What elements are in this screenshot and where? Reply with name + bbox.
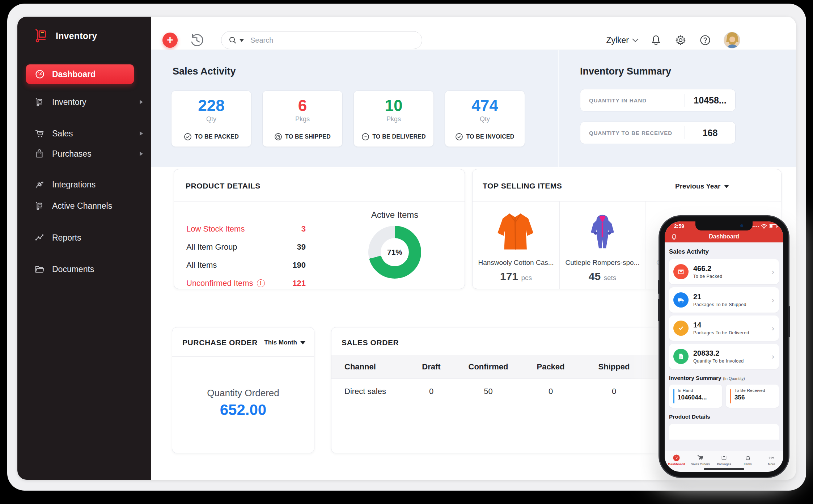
card-title: PURCHASE ORDER [182, 338, 258, 347]
top-selling-item[interactable]: Cutiepie Rompers-spo... 45 sets [560, 202, 645, 289]
phone-page-title: Dashboard [665, 233, 783, 240]
tab-more[interactable]: More [759, 454, 783, 466]
product-details-card: PRODUCT DETAILS Low Stock Items 3 All It… [174, 169, 465, 289]
sidebar-item-purchases[interactable]: Purchases [17, 145, 151, 162]
col-header: Shipped [580, 362, 648, 372]
phone-to-be-packed-card[interactable]: 466.2 To be Packed › [669, 259, 779, 284]
chevron-down-icon [632, 36, 639, 42]
avatar-person-icon [724, 32, 740, 48]
search-scope-caret-icon[interactable] [240, 39, 244, 42]
phone-notch [695, 221, 753, 230]
phone-to-be-delivered-card[interactable]: 14 Packages To be Delivered › [669, 315, 779, 341]
help-icon[interactable] [699, 34, 711, 46]
phone-summary-cards: In Hand 1046044... To Be Received 356 [669, 385, 779, 408]
summary-label: In Hand [678, 388, 722, 393]
sidebar-item-integrations[interactable]: Integrations [17, 176, 151, 193]
metric-value: 474 [445, 97, 525, 115]
invoice-document-icon [677, 352, 685, 360]
tab-label: More [759, 462, 783, 466]
period-dropdown[interactable]: Previous Year [675, 182, 729, 190]
row-label: All Items [186, 261, 217, 270]
sidebar-item-documents[interactable]: Documents [17, 261, 151, 278]
metric-value: 20833.2 [693, 349, 744, 357]
recent-history-icon[interactable] [189, 33, 204, 48]
chevron-right-icon: › [771, 352, 775, 361]
sidebar-item-reports[interactable]: Reports [17, 229, 151, 246]
top-selling-item[interactable]: Hanswooly Cotton Cas... 171 pcs [473, 202, 560, 289]
quantity-in-hand-box[interactable]: QUANTITY IN HAND 10458... [580, 89, 736, 111]
summary-value: 356 [734, 394, 779, 401]
low-stock-items-row[interactable]: Low Stock Items 3 [186, 220, 306, 238]
topbar-right-cluster: Zylker [606, 31, 740, 49]
expand-chevron-icon [140, 131, 143, 136]
heading-subtext: (In Quantity) [723, 376, 745, 381]
search-input[interactable]: Search [221, 31, 422, 49]
inventory-summary-title: Inventory Summary [580, 66, 671, 77]
metric-label: TO BE SHIPPED [285, 134, 331, 140]
card-title: SALES ORDER [342, 338, 399, 347]
sidebar-item-label: Active Channels [52, 201, 112, 211]
home-indicator[interactable] [704, 468, 744, 470]
phone-to-be-invoiced-card[interactable]: 20833.2 Quantity To be Invoiced › [669, 344, 779, 369]
metric-value: 14 [693, 321, 749, 329]
metric-unit: Pkgs [263, 115, 342, 123]
sidebar-item-label: Inventory [52, 97, 86, 107]
tab-items[interactable]: Items [736, 454, 760, 466]
product-name: Hanswooly Cotton Cas... [473, 259, 559, 267]
summary-band: Sales Activity 228 Qty TO BE PACKED [151, 50, 796, 167]
period-label: This Month [264, 339, 297, 346]
divider [174, 201, 465, 202]
sidebar-item-active-channels[interactable]: Active Channels [17, 197, 151, 215]
product-name: Cutiepie Rompers-spo... [560, 259, 645, 267]
active-items-chart: Active Items 71% [344, 210, 445, 279]
summary-label: QUANTITY IN HAND [580, 97, 685, 103]
metric-label: To be Packed [693, 274, 723, 279]
sidebar-item-label: Integrations [52, 180, 96, 190]
org-name: Zylker [606, 35, 629, 45]
settings-gear-icon[interactable] [674, 34, 687, 46]
in-hand-card[interactable]: In Hand 1046044... [669, 385, 722, 408]
to-be-packed-card[interactable]: 228 Qty TO BE PACKED [171, 90, 251, 147]
active-channels-icon [34, 200, 45, 211]
period-dropdown[interactable]: This Month [264, 339, 305, 346]
summary-value: 1046044... [678, 394, 722, 401]
all-item-group-row[interactable]: All Item Group 39 [186, 238, 306, 256]
metric-label: TO BE INVOICED [466, 134, 514, 140]
phone-to-be-shipped-card[interactable]: 21 Packages To be Shipped › [669, 287, 779, 313]
purchase-order-card: PURCHASE ORDER This Month Quantity Order… [172, 327, 314, 453]
sidebar-item-sales[interactable]: Sales [17, 125, 151, 142]
tab-sales-orders[interactable]: Sales Orders [689, 454, 712, 466]
quick-create-button[interactable]: + [162, 33, 178, 48]
donut-percent: 71% [368, 226, 421, 279]
user-avatar[interactable] [724, 32, 740, 48]
to-be-delivered-card[interactable]: 10 Pkgs TO BE DELIVERED [353, 90, 434, 147]
quantity-ordered-label: Quantity Ordered [172, 387, 314, 399]
org-selector[interactable]: Zylker [606, 35, 638, 45]
all-items-row[interactable]: All Items 190 [186, 256, 306, 274]
quantity-to-be-received-box[interactable]: QUANTITY TO BE RECEIVED 168 [580, 122, 736, 144]
purchases-bag-icon [34, 148, 45, 159]
to-be-shipped-card[interactable]: 6 Pkgs TO BE SHIPPED [262, 90, 343, 147]
sales-cart-icon [34, 128, 45, 139]
sidebar-item-label: Dashboard [52, 69, 96, 79]
tab-dashboard[interactable]: Dashboard [665, 454, 689, 466]
package-circle-icon [274, 133, 282, 141]
status-time: 2:59 [674, 223, 684, 229]
phone-sales-activity-heading: Sales Activity [669, 248, 779, 255]
tab-packages[interactable]: Packages [712, 454, 736, 466]
row-label: Low Stock Items [186, 224, 245, 234]
row-value: 190 [292, 261, 306, 270]
notifications-bell-icon[interactable] [650, 34, 662, 46]
to-be-invoiced-card[interactable]: 474 Qty TO BE INVOICED [445, 90, 525, 147]
sidebar-item-inventory[interactable]: Inventory [17, 93, 151, 111]
to-be-received-card[interactable]: To Be Received 356 [726, 385, 779, 408]
summary-value: 10458... [685, 94, 735, 107]
unconfirmed-items-row[interactable]: Unconfirmed Items ! 121 [186, 274, 306, 292]
row-value: 3 [301, 224, 306, 234]
package-box-icon [721, 454, 727, 461]
phone-volume-down-button [658, 299, 660, 321]
product-unit: sets [604, 274, 616, 281]
truck-icon [677, 296, 685, 304]
metric-label: Packages To be Shipped [693, 302, 746, 307]
sidebar-item-dashboard[interactable]: Dashboard [26, 64, 134, 84]
